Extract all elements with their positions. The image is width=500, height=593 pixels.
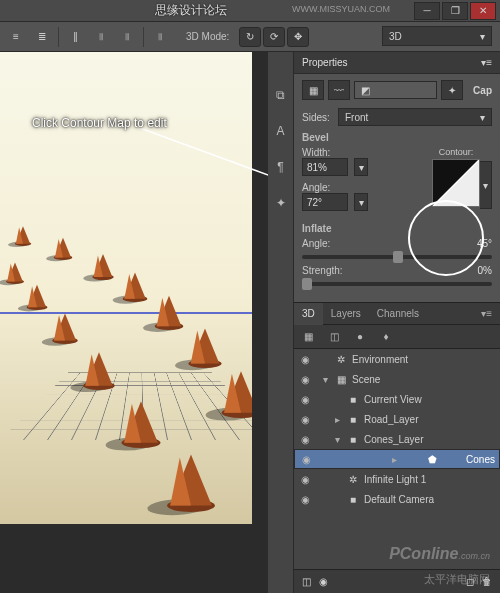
right-panels: Properties ▾≡ ▦ 〰 ◩ ✦ Cap Sides: Front▾ … xyxy=(294,52,500,593)
bevel-heading: Bevel xyxy=(302,132,492,143)
tree-row[interactable]: ◉▸⬟Cones xyxy=(294,449,500,469)
distribute-icon[interactable]: ‖ xyxy=(65,27,85,47)
minimize-button[interactable]: ─ xyxy=(414,2,440,20)
cap-section-title: Cap xyxy=(473,85,492,96)
cone-mesh[interactable] xyxy=(124,272,145,302)
contour-label: Contour: xyxy=(439,147,474,157)
cone-mesh[interactable] xyxy=(191,328,220,368)
align-icon[interactable]: ≡ xyxy=(6,27,26,47)
cone-mesh[interactable] xyxy=(170,454,212,512)
footer-picker-icon[interactable]: ◫ xyxy=(302,576,311,587)
scene-tree[interactable]: ◉✲Environment◉▾▦Scene◉■Current View◉▸■Ro… xyxy=(294,349,500,569)
visibility-icon[interactable]: ◉ xyxy=(298,394,312,405)
visibility-icon[interactable]: ◉ xyxy=(298,494,312,505)
mode-buttons: ↻ ⟳ ✥ xyxy=(239,27,309,47)
sides-dropdown[interactable]: Front▾ xyxy=(338,108,492,126)
tree-row[interactable]: ◉■Default Camera xyxy=(294,489,500,509)
rail-history-icon[interactable]: ⧉ xyxy=(272,86,290,104)
tree-row[interactable]: ◉▾■Cones_Layer xyxy=(294,429,500,449)
properties-tab[interactable]: Properties ▾≡ xyxy=(294,52,500,74)
visibility-icon[interactable]: ◉ xyxy=(298,414,312,425)
watermark-url: WWW.MISSYUAN.COM xyxy=(292,4,390,14)
mesh-tab-icon[interactable]: ▦ xyxy=(302,80,324,100)
panel-menu-icon[interactable]: ▾≡ xyxy=(481,57,492,68)
cap-tab-icon[interactable]: ◩ xyxy=(354,81,437,99)
item-type-icon: ✲ xyxy=(334,354,348,365)
tab-3d[interactable]: 3D xyxy=(294,303,323,325)
sides-label: Sides: xyxy=(302,112,332,123)
cone-mesh[interactable] xyxy=(28,285,46,310)
panel-menu-icon[interactable]: ▾≡ xyxy=(473,303,500,325)
width-stepper[interactable]: ▾ xyxy=(354,158,368,176)
item-label: Road_Layer xyxy=(364,414,418,425)
item-label: Cones_Layer xyxy=(364,434,423,445)
tree-row[interactable]: ◉▾▦Scene xyxy=(294,369,500,389)
contour-map[interactable] xyxy=(432,159,480,207)
visibility-icon[interactable]: ◉ xyxy=(298,354,312,365)
item-type-icon: ✲ xyxy=(346,474,360,485)
visibility-icon[interactable]: ◉ xyxy=(298,474,312,485)
cone-mesh[interactable] xyxy=(224,371,252,418)
inflate-angle-value: 45° xyxy=(458,238,492,249)
strength-value: 0% xyxy=(458,265,492,276)
cone-mesh[interactable] xyxy=(124,401,158,448)
item-label: Infinite Light 1 xyxy=(364,474,426,485)
move-icon[interactable]: ✥ xyxy=(287,27,309,47)
tab-layers[interactable]: Layers xyxy=(323,303,369,325)
footer-render-icon[interactable]: ◉ xyxy=(319,576,328,587)
item-label: Environment xyxy=(352,354,408,365)
coord-tab-icon[interactable]: ✦ xyxy=(441,80,463,100)
rail-type-icon[interactable]: A xyxy=(272,122,290,140)
cone-mesh[interactable] xyxy=(94,254,113,280)
mode-label: 3D Mode: xyxy=(186,31,229,42)
inflate-angle-slider[interactable] xyxy=(302,255,492,259)
close-button[interactable]: ✕ xyxy=(470,2,496,20)
cone-mesh[interactable] xyxy=(55,238,71,260)
width-input[interactable]: 81% xyxy=(302,158,348,176)
cone-mesh[interactable] xyxy=(54,313,76,344)
twisty-icon[interactable]: ▸ xyxy=(332,414,342,425)
workspace-dropdown[interactable]: 3D▾ xyxy=(382,26,492,46)
item-type-icon: ■ xyxy=(346,494,360,505)
angle-input[interactable]: 72° xyxy=(302,193,348,211)
distribute-icon-3[interactable]: ⦀ xyxy=(117,27,137,47)
align-icon-2[interactable]: ≣ xyxy=(32,27,52,47)
cone-mesh[interactable] xyxy=(7,262,23,284)
twisty-icon[interactable]: ▾ xyxy=(332,434,342,445)
contour-preset-dropdown[interactable]: ▾ xyxy=(480,161,492,209)
deform-tab-icon[interactable]: 〰 xyxy=(328,80,350,100)
distribute-icon-2[interactable]: ⦀ xyxy=(91,27,111,47)
visibility-icon[interactable]: ◉ xyxy=(299,454,313,465)
panel-rail: ⧉ A ¶ ✦ xyxy=(268,52,294,593)
filter-scene-icon[interactable]: ▦ xyxy=(300,329,316,345)
canvas-area[interactable]: Click Contour Map to edit xyxy=(0,52,268,593)
tree-row[interactable]: ◉✲Infinite Light 1 xyxy=(294,469,500,489)
cone-mesh[interactable] xyxy=(157,296,182,330)
watermark-pconline: PConline.com.cn xyxy=(389,545,490,563)
item-label: Cones xyxy=(466,454,495,465)
strength-slider[interactable] xyxy=(302,282,492,286)
visibility-icon[interactable]: ◉ xyxy=(298,434,312,445)
item-label: Default Camera xyxy=(364,494,434,505)
roll-icon[interactable]: ⟳ xyxy=(263,27,285,47)
filter-light-icon[interactable]: ♦ xyxy=(378,329,394,345)
visibility-icon[interactable]: ◉ xyxy=(298,374,312,385)
cone-mesh[interactable] xyxy=(85,352,112,390)
rail-paragraph-icon[interactable]: ¶ xyxy=(272,158,290,176)
filter-mesh-icon[interactable]: ◫ xyxy=(326,329,342,345)
filter-row: ▦ ◫ ● ♦ xyxy=(294,325,500,349)
filter-material-icon[interactable]: ● xyxy=(352,329,368,345)
cone-mesh[interactable] xyxy=(16,226,30,246)
tree-row[interactable]: ◉✲Environment xyxy=(294,349,500,369)
tree-row[interactable]: ◉▸■Road_Layer xyxy=(294,409,500,429)
distribute-icon-4[interactable]: ⦀ xyxy=(150,27,170,47)
tree-row[interactable]: ◉■Current View xyxy=(294,389,500,409)
twisty-icon[interactable]: ▸ xyxy=(390,454,400,465)
orbit-icon[interactable]: ↻ xyxy=(239,27,261,47)
angle-stepper[interactable]: ▾ xyxy=(354,193,368,211)
properties-panel: ▦ 〰 ◩ ✦ Cap Sides: Front▾ Bevel Width: 8… xyxy=(294,74,500,303)
restore-button[interactable]: ❐ xyxy=(442,2,468,20)
tab-channels[interactable]: Channels xyxy=(369,303,427,325)
twisty-icon[interactable]: ▾ xyxy=(320,374,330,385)
rail-tool-icon[interactable]: ✦ xyxy=(272,194,290,212)
